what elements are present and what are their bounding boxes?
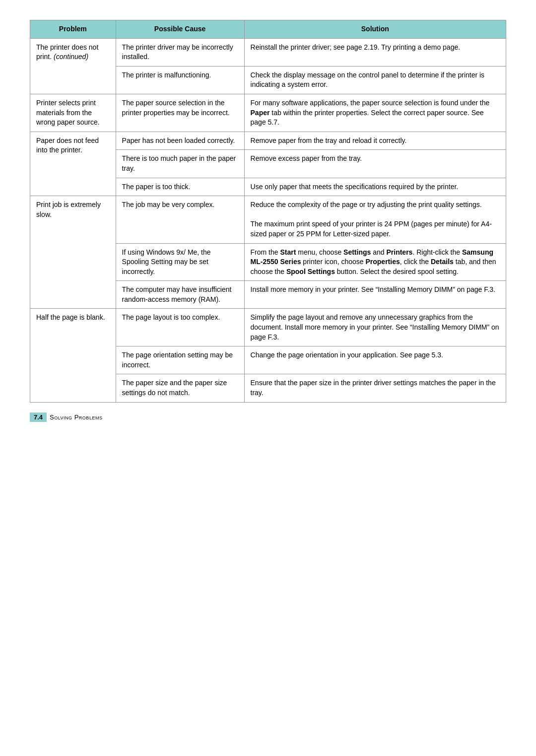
cause-cell: The page layout is too complex.	[116, 309, 244, 346]
solution-cell: For many software applications, the pape…	[244, 94, 506, 132]
problem-cell: Print job is extremely slow.	[30, 196, 116, 309]
solution-cell: Remove excess paper from the tray.	[244, 150, 506, 178]
solution-cell: Install more memory in your printer. See…	[244, 281, 506, 309]
solution-cell: Ensure that the paper size in the printe…	[244, 374, 506, 402]
solution-cell: Change the page orientation in your appl…	[244, 346, 506, 374]
cause-cell: The paper size and the paper size settin…	[116, 374, 244, 402]
cause-cell: There is too much paper in the paper tra…	[116, 150, 244, 178]
solution-cell: Reinstall the printer driver; see page 2…	[244, 38, 506, 66]
problem-cell: Paper does not feed into the printer.	[30, 132, 116, 196]
cause-cell: The paper is too thick.	[116, 178, 244, 196]
header-solution: Solution	[244, 20, 506, 39]
cause-cell: The printer is malfunctioning.	[116, 66, 244, 94]
cause-cell: The printer driver may be incorrectly in…	[116, 38, 244, 66]
solution-cell: Reduce the complexity of the page or try…	[244, 196, 506, 243]
troubleshooting-table: Problem Possible Cause Solution The prin…	[30, 20, 506, 403]
footer-label: Solving Problems	[50, 413, 102, 421]
problem-cell: The printer does not print. (continued)	[30, 38, 116, 94]
cause-cell: The page orientation setting may be inco…	[116, 346, 244, 374]
header-cause: Possible Cause	[116, 20, 244, 39]
page-footer: 7.4 Solving Problems	[30, 412, 506, 422]
solution-cell: From the Start menu, choose Settings and…	[244, 243, 506, 281]
problem-cell: Half the page is blank.	[30, 309, 116, 402]
cause-cell: Paper has not been loaded correctly.	[116, 132, 244, 150]
solution-cell: Remove paper from the tray and reload it…	[244, 132, 506, 150]
cause-cell: The job may be very complex.	[116, 196, 244, 243]
solution-cell: Use only paper that meets the specificat…	[244, 178, 506, 196]
cause-cell: The computer may have insufficient rando…	[116, 281, 244, 309]
page-number: 7.4	[30, 412, 47, 422]
cause-cell: If using Windows 9x/ Me, the Spooling Se…	[116, 243, 244, 281]
problem-cell: Printer selects print materials from the…	[30, 94, 116, 132]
header-problem: Problem	[30, 20, 116, 39]
solution-cell: Simplify the page layout and remove any …	[244, 309, 506, 346]
solution-cell: Check the display message on the control…	[244, 66, 506, 94]
cause-cell: The paper source selection in the printe…	[116, 94, 244, 132]
